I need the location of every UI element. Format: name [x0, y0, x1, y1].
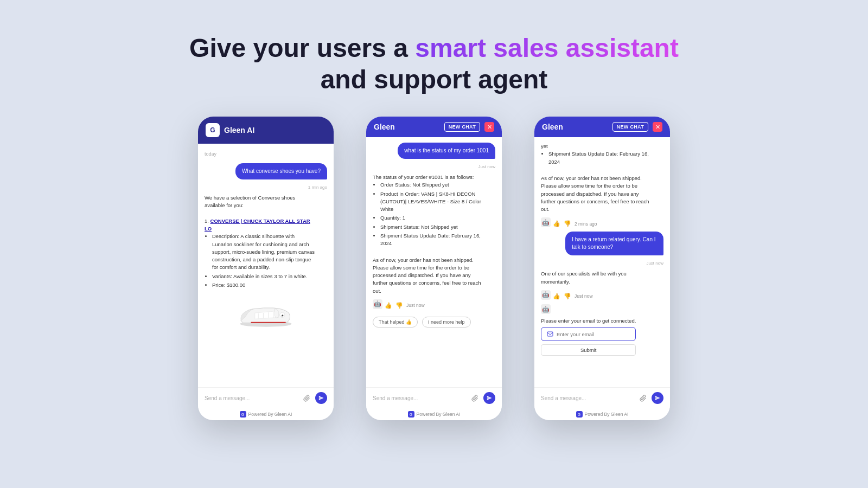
- phone2-bullet-1: Order Status: Not Shipped yet: [380, 181, 483, 189]
- phone3-attach-icon[interactable]: [637, 393, 648, 403]
- phone2-close-btn[interactable]: ✕: [484, 122, 494, 132]
- phone2-new-chat-btn[interactable]: NEW CHAT: [444, 122, 480, 132]
- phone3-user-msg2: I have a return related query. Can I tal…: [565, 232, 663, 255]
- phone3-new-chat-btn[interactable]: NEW CHAT: [612, 122, 648, 132]
- phone1-powered-by: G Powered By Gleen AI: [198, 408, 334, 420]
- phone3-partial-bot: yet Shipment Status Update Date: Februar…: [541, 143, 651, 213]
- phone3-feedback-row2: 🤖 👍 👎 Just now: [541, 290, 663, 300]
- phone2-brand: Gleen: [374, 123, 395, 131]
- phone1-logo-icon: G: [206, 123, 220, 137]
- phone2-bot-followup: As of now, your order has not been shipp…: [373, 257, 481, 294]
- phone1-chat-body: today What converse shoes you have? 1 mi…: [198, 144, 334, 387]
- phone1-partial: today: [205, 149, 327, 159]
- phone-1: G Gleen AI today What converse shoes you…: [198, 117, 334, 420]
- phone3-feedback2: 👍 👎 Just now: [553, 293, 593, 300]
- phone3-bot-text2: One of our specialists will be with you …: [541, 270, 651, 286]
- phone2-bullet-4: Shipment Status: Not Shipped yet: [380, 223, 483, 231]
- phone2-input[interactable]: Send a message...: [373, 395, 469, 401]
- phone2-bullet-3: Quantity: 1: [380, 214, 483, 222]
- phone3-shipment-date: Shipment Status Update Date: February 16…: [548, 150, 651, 166]
- svg-text:★: ★: [281, 313, 284, 317]
- shoe-svg: ★: [236, 299, 296, 329]
- svg-rect-7: [547, 332, 553, 336]
- phone3-email-icon: [547, 331, 553, 337]
- phone2-feedback: 👍 👎 Just now: [385, 302, 425, 309]
- phone3-chat-body: yet Shipment Status Update Date: Februar…: [534, 137, 670, 387]
- headline-highlight: smart sales assistant: [415, 34, 679, 62]
- phone1-footer: Send a message...: [198, 387, 334, 408]
- phone2-chat-body: what is the status of my order 1001 Just…: [366, 137, 502, 387]
- phone3-bot-text1: As of now, your order has not been shipp…: [541, 175, 649, 212]
- phone1-bullet-list: Description: A classic silhouette with L…: [205, 233, 315, 289]
- phone1-input[interactable]: Send a message...: [205, 395, 301, 401]
- phone2-header: Gleen NEW CHAT ✕: [366, 117, 502, 137]
- phone1-bot-intro: We have a selection of Converse shoes av…: [205, 194, 315, 290]
- phone-3: Gleen NEW CHAT ✕ yet Shipment Status Upd…: [534, 117, 670, 420]
- phone1-bullet-1: Description: A classic silhouette with L…: [212, 233, 315, 271]
- phone2-footer: Send a message...: [366, 387, 502, 408]
- phone3-bot-avatar1: 🤖: [541, 217, 551, 227]
- phone2-that-helped-btn[interactable]: That helped 👍: [373, 317, 418, 328]
- headline-plain: Give your users a: [189, 34, 415, 62]
- phone3-powered-icon: G: [576, 411, 583, 418]
- phone3-send-btn[interactable]: [652, 392, 663, 404]
- phone3-email-input-container: [541, 327, 636, 341]
- phone1-product-link[interactable]: CONVERSE | CHUCK TAYLOR ALL STAR LO: [205, 218, 310, 232]
- phone2-action-btns: That helped 👍 I need more help: [373, 317, 495, 328]
- phone3-submit-btn[interactable]: Submit: [541, 344, 636, 356]
- phone2-chat-icons: [469, 392, 495, 404]
- phone3-email-text: Please enter your email to get connected…: [541, 317, 636, 325]
- phone-2: Gleen NEW CHAT ✕ what is the status of m…: [366, 117, 502, 420]
- phone3-close-btn[interactable]: ✕: [653, 122, 662, 132]
- phone3-user-time2: Just now: [541, 261, 663, 266]
- phone3-thumbsup-icon2[interactable]: 👍: [553, 293, 560, 300]
- phone2-order-bullets: Order Status: Not Shipped yet Product in…: [373, 181, 483, 247]
- phone2-user-msg: what is the status of my order 1001: [398, 143, 495, 159]
- phone1-bullet-2: Variants: Available in sizes 3 to 7 in w…: [212, 273, 315, 280]
- phone1-user-msg: What converse shoes you have?: [235, 163, 327, 179]
- phone3-brand: Gleen: [542, 123, 563, 131]
- phone3-header-actions: NEW CHAT ✕: [612, 122, 662, 132]
- phone2-bot-intro: The status of your order #1001 is as fol…: [373, 174, 474, 180]
- phone2-send-btn[interactable]: [483, 392, 495, 404]
- phone3-thumbsdown-icon1[interactable]: 👎: [564, 220, 571, 227]
- phone2-bullet-5: Shipment Status Update Date: February 16…: [380, 232, 483, 248]
- phone1-product-number: 1.: [205, 218, 209, 224]
- phone1-send-btn[interactable]: [315, 392, 327, 404]
- headline-line2: and support agent: [321, 65, 548, 94]
- phone2-attach-icon[interactable]: [469, 393, 480, 403]
- phone3-header: Gleen NEW CHAT ✕: [534, 117, 670, 137]
- phone2-header-actions: NEW CHAT ✕: [444, 122, 494, 132]
- phone2-thumbsup-icon[interactable]: 👍: [385, 302, 392, 309]
- phone1-chat-icons: [301, 392, 327, 404]
- phone2-bot-response: The status of your order #1001 is as fol…: [373, 174, 483, 295]
- phone1-bullet-3: Price: $100.00: [212, 281, 315, 289]
- phone3-footer: Send a message...: [534, 387, 670, 408]
- phone2-user-time: Just now: [373, 164, 495, 169]
- phones-container: G Gleen AI today What converse shoes you…: [198, 117, 670, 420]
- phone3-feedback-row1: 🤖 👍 👎 2 mins ago: [541, 217, 663, 227]
- phone3-email-prompt: 🤖 Please enter your email to get connect…: [541, 304, 636, 356]
- phone2-thumbsdown-icon[interactable]: 👎: [395, 302, 403, 309]
- phone3-email-input[interactable]: [557, 331, 630, 337]
- phone2-feedback-time: Just now: [406, 303, 425, 308]
- phone1-powered-icon: G: [240, 411, 246, 418]
- phone3-chat-icons: [637, 392, 663, 404]
- phone3-thumbsdown-icon2[interactable]: 👎: [564, 293, 571, 300]
- headline: Give your users a smart sales assistant …: [189, 33, 679, 95]
- phone2-need-more-help-btn[interactable]: I need more help: [422, 317, 471, 328]
- phone3-bot-avatar3: 🤖: [541, 304, 551, 314]
- phone3-thumbsup-icon1[interactable]: 👍: [553, 220, 560, 227]
- phone3-bot-avatar2: 🤖: [541, 290, 551, 300]
- phone1-shoe-image: ★: [205, 294, 327, 333]
- phone3-partial-text: yet: [541, 143, 548, 149]
- phone2-bullet-2: Product in Order: VANS | SK8-HI DECON (C…: [380, 190, 483, 214]
- phone2-powered-icon: G: [408, 411, 414, 418]
- phone1-attach-icon[interactable]: [301, 393, 312, 403]
- phone3-input[interactable]: Send a message...: [541, 395, 637, 401]
- phone1-user-time: 1 min ago: [205, 185, 327, 190]
- phone3-partial-bullets: Shipment Status Update Date: February 16…: [541, 150, 651, 166]
- phone2-feedback-row: 🤖 👍 👎 Just now: [373, 299, 495, 309]
- phone1-header: G Gleen AI: [198, 117, 334, 144]
- phone3-powered-by: G Powered By Gleen AI: [534, 408, 670, 420]
